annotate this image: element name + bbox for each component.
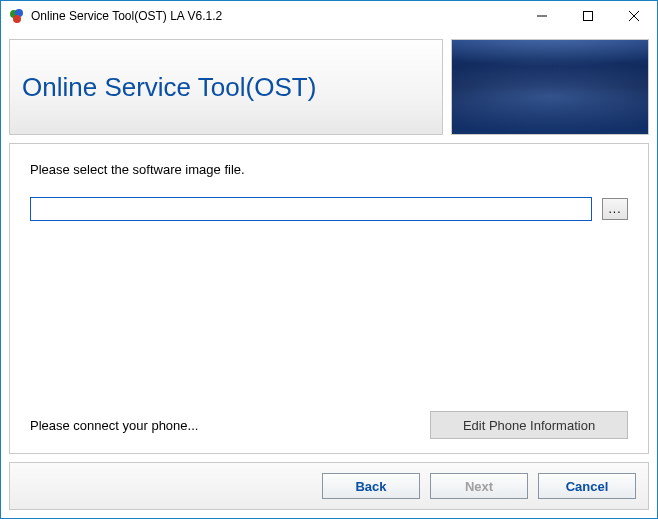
app-window: Online Service Tool(OST) LA V6.1.2 Onlin… bbox=[0, 0, 658, 519]
spacer bbox=[30, 221, 628, 411]
cancel-button[interactable]: Cancel bbox=[538, 473, 636, 499]
window-controls bbox=[519, 1, 657, 31]
app-icon bbox=[9, 8, 25, 24]
minimize-button[interactable] bbox=[519, 1, 565, 31]
instruction-text: Please select the software image file. bbox=[30, 162, 628, 177]
back-button[interactable]: Back bbox=[322, 473, 420, 499]
edit-phone-information-button[interactable]: Edit Phone Information bbox=[430, 411, 628, 439]
svg-rect-4 bbox=[584, 12, 593, 21]
status-row: Please connect your phone... Edit Phone … bbox=[30, 411, 628, 439]
banner-title-panel: Online Service Tool(OST) bbox=[9, 39, 443, 135]
maximize-button[interactable] bbox=[565, 1, 611, 31]
browse-button[interactable]: ... bbox=[602, 198, 628, 220]
minimize-icon bbox=[537, 11, 547, 21]
close-icon bbox=[629, 11, 639, 21]
banner-image-panel bbox=[451, 39, 649, 135]
next-button: Next bbox=[430, 473, 528, 499]
software-image-path-input[interactable] bbox=[30, 197, 592, 221]
app-heading: Online Service Tool(OST) bbox=[22, 72, 316, 103]
footer-bar: Back Next Cancel bbox=[9, 462, 649, 510]
header-row: Online Service Tool(OST) bbox=[9, 39, 649, 135]
close-button[interactable] bbox=[611, 1, 657, 31]
window-title: Online Service Tool(OST) LA V6.1.2 bbox=[31, 9, 519, 23]
banner-wave-graphic bbox=[452, 40, 648, 134]
file-select-row: ... bbox=[30, 197, 628, 221]
maximize-icon bbox=[583, 11, 593, 21]
svg-point-2 bbox=[13, 15, 21, 23]
client-area: Online Service Tool(OST) Please select t… bbox=[1, 31, 657, 518]
connection-status-text: Please connect your phone... bbox=[30, 418, 198, 433]
title-bar: Online Service Tool(OST) LA V6.1.2 bbox=[1, 1, 657, 31]
content-panel: Please select the software image file. .… bbox=[9, 143, 649, 454]
